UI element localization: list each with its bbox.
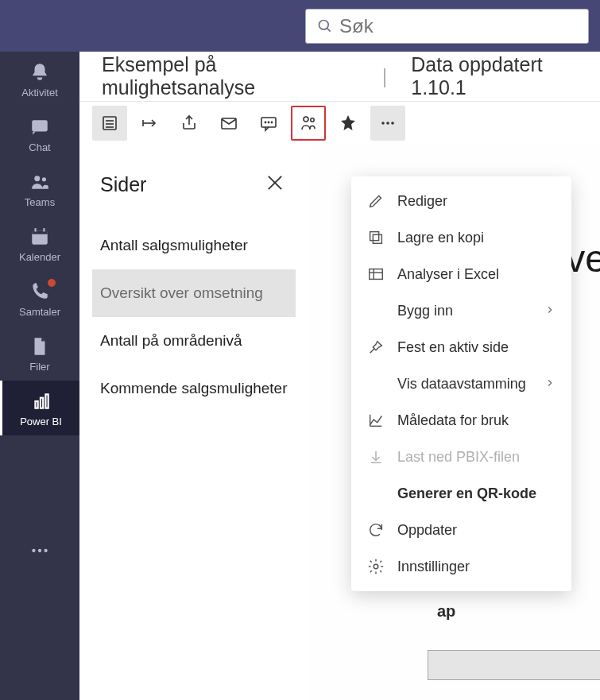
bell-icon [29, 62, 50, 83]
refresh-icon [367, 521, 385, 539]
more-options-menu: Rediger Lagre en kopi Analyser i Excel B… [351, 176, 571, 591]
svg-rect-10 [40, 398, 42, 408]
svg-point-42 [374, 564, 378, 569]
rail-item-teams[interactable]: Teams [0, 161, 79, 216]
page-item[interactable]: Oversikt over omsetning [92, 269, 296, 317]
svg-point-13 [38, 549, 41, 552]
search-icon [317, 18, 333, 34]
svg-point-23 [265, 122, 265, 122]
share-button[interactable] [172, 106, 207, 141]
page-item-label: Oversikt over omsetning [100, 284, 263, 302]
rail-item-chat[interactable]: Chat [0, 106, 79, 161]
visual-placeholder [428, 650, 600, 680]
menu-label: Fest en aktiv side [397, 339, 555, 356]
notification-dot [48, 279, 56, 287]
chat-icon [29, 117, 50, 137]
menu-item-settings[interactable]: Innstillinger [351, 548, 571, 585]
svg-rect-9 [35, 401, 37, 408]
search-box[interactable] [305, 9, 589, 44]
teams-icon [299, 114, 318, 133]
close-icon [264, 172, 286, 194]
share-icon [180, 114, 199, 133]
svg-point-26 [304, 117, 308, 122]
svg-point-12 [32, 549, 35, 552]
menu-item-analyze-excel[interactable]: Analyser i Excel [351, 256, 571, 292]
copy-save-icon [367, 229, 385, 246]
close-pages-button[interactable] [264, 172, 286, 198]
rail-label: Filer [29, 361, 49, 373]
report-header: Eksempel på mulighetsanalyse | Data oppd… [79, 52, 600, 101]
page-item-label: Antall på områdenivå [100, 332, 242, 350]
rail-label: Aktivitet [21, 87, 58, 99]
email-button[interactable] [211, 106, 246, 141]
rail-item-activity[interactable]: Aktivitet [0, 52, 79, 106]
comment-icon [259, 114, 278, 133]
menu-item-refresh[interactable]: Oppdater [351, 512, 571, 548]
rail-item-powerbi[interactable]: Power BI [0, 381, 79, 435]
toggle-pages-button[interactable] [92, 106, 127, 141]
nav-arrows [10, 14, 24, 38]
svg-point-3 [34, 176, 40, 181]
menu-label: Bygg inn [397, 303, 532, 319]
svg-rect-34 [373, 234, 381, 243]
line-chart-icon [367, 412, 385, 429]
svg-point-14 [44, 549, 47, 552]
page-item[interactable]: Antall salgsmuligheter [92, 222, 296, 269]
svg-rect-33 [370, 232, 379, 241]
svg-point-30 [391, 122, 394, 125]
menu-label: Analyser i Excel [397, 266, 555, 283]
rail-item-files[interactable]: Filer [0, 326, 79, 381]
page-item-label: Kommende salgsmuligheter [100, 380, 288, 397]
menu-item-download-pbix: Last ned PBIX-filen [351, 439, 571, 475]
svg-point-0 [319, 20, 329, 29]
menu-item-pin[interactable]: Fest en aktiv side [351, 329, 571, 365]
more-options-button[interactable] [370, 106, 405, 141]
expand-button[interactable] [132, 106, 167, 141]
report-updated: Data oppdatert 1.10.1 [411, 53, 600, 99]
pages-panel: Sider Antall salgsmuligheter Oversikt ov… [92, 145, 296, 412]
empty-icon [367, 485, 385, 502]
rail-item-calls[interactable]: Samtaler [0, 271, 79, 326]
search-input[interactable] [339, 15, 577, 37]
rail-item-calendar[interactable]: Kalender [0, 216, 79, 271]
titlebar [0, 0, 600, 52]
teams-chat-button[interactable] [291, 106, 326, 141]
page-item[interactable]: Antall på områdenivå [92, 317, 296, 365]
file-icon [29, 336, 50, 357]
empty-icon [367, 302, 385, 319]
menu-item-save-copy[interactable]: Lagre en kopi [351, 219, 571, 256]
excel-icon [367, 265, 385, 283]
rail-label: Teams [25, 196, 55, 208]
comment-button[interactable] [251, 106, 286, 141]
page-item[interactable]: Kommende salgsmuligheter [92, 365, 296, 412]
calendar-icon [29, 226, 50, 247]
report-title: Eksempel på mulighetsanalyse [102, 53, 371, 99]
mail-icon [219, 114, 238, 133]
svg-rect-11 [45, 394, 48, 408]
people-icon [29, 172, 50, 192]
menu-label: Oppdater [397, 522, 555, 539]
empty-icon [367, 375, 385, 393]
rail-more[interactable] [0, 540, 79, 561]
rail-label: Samtaler [19, 306, 60, 318]
svg-line-1 [327, 28, 331, 31]
menu-label: Last ned PBIX-filen [397, 449, 555, 466]
svg-point-4 [42, 177, 46, 181]
menu-item-qr[interactable]: Generer en QR-kode [351, 475, 571, 512]
list-panel-icon [100, 114, 119, 133]
rail-label: Power BI [20, 416, 62, 427]
menu-item-lineage[interactable]: Vis dataavstamming [351, 365, 571, 402]
expand-icon [140, 114, 159, 133]
chevron-right-icon [544, 376, 555, 393]
menu-item-usage[interactable]: Måledata for bruk [351, 402, 571, 439]
pages-title: Sider [100, 173, 146, 196]
menu-label: Lagre en kopi [397, 230, 555, 246]
favorite-button[interactable] [331, 106, 366, 141]
svg-rect-35 [370, 269, 383, 280]
pencil-icon [367, 192, 385, 210]
menu-item-embed[interactable]: Bygg inn [351, 292, 571, 329]
svg-point-29 [386, 122, 389, 125]
more-horizontal-icon [29, 540, 50, 561]
menu-label: Innstillinger [397, 559, 555, 575]
menu-item-edit[interactable]: Rediger [351, 183, 571, 219]
